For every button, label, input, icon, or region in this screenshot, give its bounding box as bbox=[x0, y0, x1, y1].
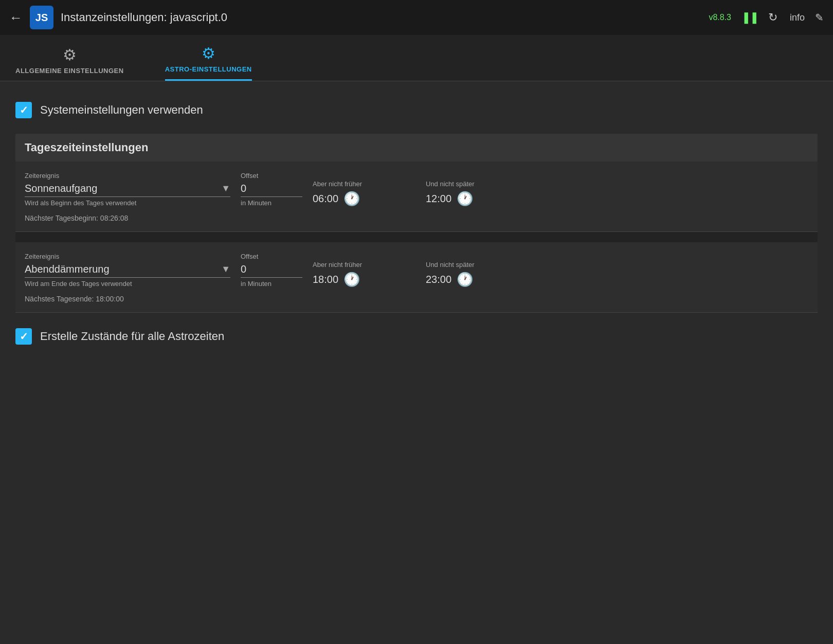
time-block-2: Zeitereignis Abenddämmerung ▼ Wird am En… bbox=[15, 242, 818, 313]
section-title: Tageszeiteinstellungen bbox=[25, 141, 808, 154]
reload-button[interactable]: ↻ bbox=[768, 11, 777, 24]
section-header: Tageszeiteinstellungen bbox=[15, 134, 818, 162]
header: ← JS Instanzeinstellungen: javascript.0 … bbox=[0, 0, 833, 35]
offset-1-input[interactable] bbox=[241, 183, 282, 194]
astro-states-checkbox[interactable]: ✓ bbox=[15, 328, 32, 345]
dropdown-arrow-1: ▼ bbox=[221, 183, 230, 194]
nicht-1-field: Und nicht später 12:00 🕐 bbox=[426, 180, 529, 207]
next-day-start-value: 08:26:08 bbox=[100, 214, 129, 222]
zeitereignis-1-select[interactable]: Sonnenaufgang ▼ bbox=[25, 183, 230, 197]
clock-icon-aber-1[interactable]: 🕐 bbox=[343, 191, 360, 207]
aber-1-label: Aber nicht früher bbox=[313, 180, 415, 188]
clock-icon-nicht-2[interactable]: 🕐 bbox=[457, 272, 473, 288]
edit-button[interactable]: ✎ bbox=[815, 11, 824, 24]
aber-2-value: 18:00 bbox=[313, 274, 338, 285]
nicht-2-field: Und nicht später 23:00 🕐 bbox=[426, 261, 529, 288]
zeitereignis-2-value: Abenddämmerung bbox=[25, 263, 221, 275]
zeitereignis-1-field: Zeitereignis Sonnenaufgang ▼ Wird als Be… bbox=[25, 172, 230, 207]
zeitereignis-2-field: Zeitereignis Abenddämmerung ▼ Wird am En… bbox=[25, 253, 230, 288]
bottom-checkmark-icon: ✓ bbox=[20, 330, 28, 343]
block-divider bbox=[15, 232, 818, 242]
system-settings-checkbox[interactable]: ✓ bbox=[15, 102, 32, 118]
dropdown-arrow-2: ▼ bbox=[221, 264, 230, 275]
zeitereignis-1-label: Zeitereignis bbox=[25, 172, 230, 180]
tab-astro-label: ASTRO-EINSTELLUNGEN bbox=[165, 65, 252, 73]
astro-states-label: Erstelle Zustände für alle Astrozeiten bbox=[40, 330, 224, 343]
tab-allgemeine[interactable]: ⚙ ALLGEMEINE EINSTELLUNGEN bbox=[15, 46, 124, 81]
aber-1-field: Aber nicht früher 06:00 🕐 bbox=[313, 180, 415, 207]
back-button[interactable]: ← bbox=[9, 11, 23, 24]
app-logo: JS bbox=[30, 6, 53, 29]
offset-1-label: Offset bbox=[241, 172, 302, 180]
pause-button[interactable]: ❚❚ bbox=[741, 11, 758, 24]
nicht-1-label: Und nicht später bbox=[426, 180, 529, 188]
offset-1-input-wrap bbox=[241, 183, 302, 197]
offset-2-input-wrap bbox=[241, 263, 302, 278]
time-block-1: Zeitereignis Sonnenaufgang ▼ Wird als Be… bbox=[15, 162, 818, 232]
next-day-end: Nächstes Tagesende: 18:00:00 bbox=[25, 295, 808, 303]
checkmark-icon: ✓ bbox=[20, 104, 28, 116]
next-day-end-label: Nächstes Tagesende: bbox=[25, 295, 94, 303]
tab-allgemeine-label: ALLGEMEINE EINSTELLUNGEN bbox=[15, 67, 124, 75]
aber-1-time: 06:00 🕐 bbox=[313, 191, 415, 207]
aber-2-label: Aber nicht früher bbox=[313, 261, 415, 269]
zeitereignis-2-select[interactable]: Abenddämmerung ▼ bbox=[25, 263, 230, 278]
next-day-start: Nächster Tagesbeginn: 08:26:08 bbox=[25, 214, 808, 222]
tabs-bar: ⚙ ALLGEMEINE EINSTELLUNGEN ⚙ ASTRO-EINST… bbox=[0, 35, 833, 81]
aber-2-time: 18:00 🕐 bbox=[313, 272, 415, 288]
offset-1-sublabel: in Minuten bbox=[241, 199, 302, 207]
system-settings-row: ✓ Systemeinstellungen verwenden bbox=[15, 102, 818, 118]
page-title: Instanzeinstellungen: javascript.0 bbox=[61, 11, 701, 24]
nicht-2-value: 23:00 bbox=[426, 274, 451, 285]
offset-2-input[interactable] bbox=[241, 263, 282, 275]
next-day-start-label: Nächster Tagesbeginn: bbox=[25, 214, 98, 222]
aber-2-field: Aber nicht früher 18:00 🕐 bbox=[313, 261, 415, 288]
aber-1-value: 06:00 bbox=[313, 193, 338, 205]
gear-icon-astro: ⚙ bbox=[202, 44, 215, 62]
clock-icon-aber-2[interactable]: 🕐 bbox=[343, 272, 360, 288]
clock-icon-nicht-1[interactable]: 🕐 bbox=[457, 191, 473, 207]
zeitereignis-1-desc: Wird als Beginn des Tages verwendet bbox=[25, 199, 230, 207]
zeitereignis-1-value: Sonnenaufgang bbox=[25, 183, 221, 194]
zeitereignis-2-desc: Wird am Ende des Tages verwendet bbox=[25, 280, 230, 288]
nicht-1-value: 12:00 bbox=[426, 193, 451, 205]
offset-2-field: Offset in Minuten bbox=[241, 253, 302, 288]
offset-1-field: Offset in Minuten bbox=[241, 172, 302, 207]
gear-icon-allgemeine: ⚙ bbox=[63, 46, 77, 64]
tab-astro[interactable]: ⚙ ASTRO-EINSTELLUNGEN bbox=[165, 44, 252, 81]
nicht-1-time: 12:00 🕐 bbox=[426, 191, 529, 207]
version-badge: v8.8.3 bbox=[709, 13, 731, 22]
zeitereignis-2-label: Zeitereignis bbox=[25, 253, 230, 260]
nicht-2-label: Und nicht später bbox=[426, 261, 529, 269]
nicht-2-time: 23:00 🕐 bbox=[426, 272, 529, 288]
main-content: ✓ Systemeinstellungen verwenden Tageszei… bbox=[0, 81, 833, 360]
next-day-end-value: 18:00:00 bbox=[96, 295, 124, 303]
bottom-checkbox-row: ✓ Erstelle Zustände für alle Astrozeiten bbox=[15, 328, 818, 345]
offset-2-sublabel: in Minuten bbox=[241, 280, 302, 288]
offset-2-label: Offset bbox=[241, 253, 302, 260]
system-settings-label: Systemeinstellungen verwenden bbox=[40, 103, 203, 117]
info-label[interactable]: info bbox=[790, 12, 805, 23]
